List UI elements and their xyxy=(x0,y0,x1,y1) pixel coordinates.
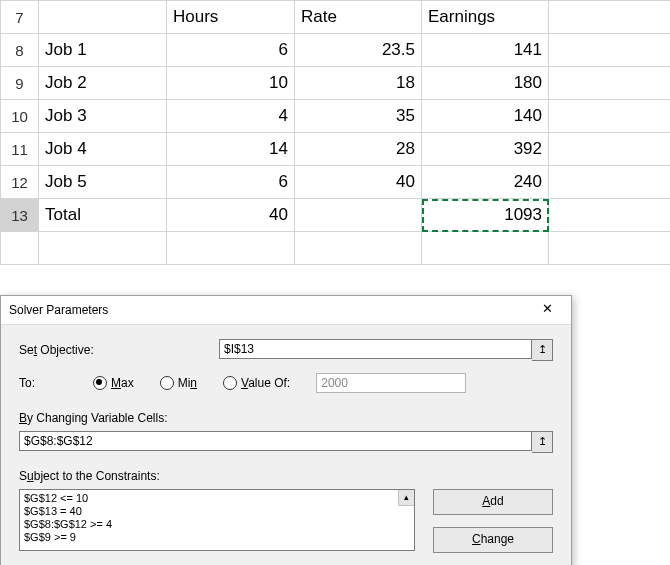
row-9[interactable]: 9 Job 2 10 18 180 xyxy=(1,67,671,100)
constraints-label: Subject to the Constraints: xyxy=(19,469,553,483)
cell-G13[interactable]: 40 xyxy=(167,199,295,232)
row-header-10[interactable]: 10 xyxy=(1,100,39,133)
constraints-text: $G$12 <= 10 $G$13 = 40 $G$8:$G$12 >= 4 $… xyxy=(24,492,112,543)
row-7[interactable]: 7 Hours Rate Earnings xyxy=(1,1,671,34)
set-objective-label: Set Objective: xyxy=(19,343,219,357)
radio-max[interactable]: Max xyxy=(93,376,134,390)
row-12[interactable]: 12 Job 5 6 40 240 xyxy=(1,166,671,199)
row-11[interactable]: 11 Job 4 14 28 392 xyxy=(1,133,671,166)
cell-I13[interactable]: 1093 xyxy=(422,199,549,232)
row-header-blank[interactable] xyxy=(1,232,39,265)
cell-G10[interactable]: 4 xyxy=(167,100,295,133)
cell-J12[interactable] xyxy=(549,166,671,199)
scroll-up-icon[interactable]: ▴ xyxy=(398,490,414,506)
row-header-11[interactable]: 11 xyxy=(1,133,39,166)
cell-F13[interactable]: Total xyxy=(39,199,167,232)
cell-G11[interactable]: 14 xyxy=(167,133,295,166)
row-blank[interactable] xyxy=(1,232,671,265)
dialog-titlebar[interactable]: Solver Parameters ✕ xyxy=(1,296,571,325)
cell-J7[interactable] xyxy=(549,1,671,34)
radio-max-label: Max xyxy=(111,376,134,390)
row-header-7[interactable]: 7 xyxy=(1,1,39,34)
row-header-8[interactable]: 8 xyxy=(1,34,39,67)
cell-J10[interactable] xyxy=(549,100,671,133)
cell-G8[interactable]: 6 xyxy=(167,34,295,67)
radio-min[interactable]: Min xyxy=(160,376,197,390)
cell-G9[interactable]: 10 xyxy=(167,67,295,100)
radio-dot-icon xyxy=(160,376,174,390)
cell-J11[interactable] xyxy=(549,133,671,166)
cell-J9[interactable] xyxy=(549,67,671,100)
cell-G7[interactable]: Hours xyxy=(167,1,295,34)
add-button[interactable]: Add xyxy=(433,489,553,515)
row-10[interactable]: 10 Job 3 4 35 140 xyxy=(1,100,671,133)
cell-F12[interactable]: Job 5 xyxy=(39,166,167,199)
cell-H13[interactable] xyxy=(295,199,422,232)
spreadsheet-grid[interactable]: 7 Hours Rate Earnings 8 Job 1 6 23.5 141… xyxy=(0,0,670,265)
cell-F7[interactable] xyxy=(39,1,167,34)
collapse-dialog-icon[interactable]: ↥ xyxy=(532,431,553,453)
cell-J13[interactable] xyxy=(549,199,671,232)
radio-dot-icon xyxy=(93,376,107,390)
cell-F10[interactable]: Job 3 xyxy=(39,100,167,133)
radio-valueof-label: Value Of: xyxy=(241,376,290,390)
row-header-13[interactable]: 13 xyxy=(1,199,39,232)
collapse-dialog-icon[interactable]: ↥ xyxy=(532,339,553,361)
cell-I10[interactable]: 140 xyxy=(422,100,549,133)
cell-I12[interactable]: 240 xyxy=(422,166,549,199)
cell-F11[interactable]: Job 4 xyxy=(39,133,167,166)
cell-H11[interactable]: 28 xyxy=(295,133,422,166)
to-label: To: xyxy=(19,376,67,390)
cell-I7[interactable]: Earnings xyxy=(422,1,549,34)
set-objective-input[interactable] xyxy=(219,339,532,359)
row-header-9[interactable]: 9 xyxy=(1,67,39,100)
cell-I8[interactable]: 141 xyxy=(422,34,549,67)
radio-dot-icon xyxy=(223,376,237,390)
by-changing-input[interactable] xyxy=(19,431,532,451)
change-button[interactable]: Change xyxy=(433,527,553,553)
radio-value-of[interactable]: Value Of: xyxy=(223,376,290,390)
cell-I11[interactable]: 392 xyxy=(422,133,549,166)
close-icon[interactable]: ✕ xyxy=(531,300,563,320)
cell-I9[interactable]: 180 xyxy=(422,67,549,100)
value-of-input xyxy=(316,373,466,393)
row-8[interactable]: 8 Job 1 6 23.5 141 xyxy=(1,34,671,67)
dialog-title: Solver Parameters xyxy=(9,296,108,324)
cell-H7[interactable]: Rate xyxy=(295,1,422,34)
row-13[interactable]: 13 Total 40 1093 xyxy=(1,199,671,232)
constraints-listbox[interactable]: $G$12 <= 10 $G$13 = 40 $G$8:$G$12 >= 4 $… xyxy=(19,489,415,551)
cell-H12[interactable]: 40 xyxy=(295,166,422,199)
cell-F9[interactable]: Job 2 xyxy=(39,67,167,100)
cell-H10[interactable]: 35 xyxy=(295,100,422,133)
cell-H9[interactable]: 18 xyxy=(295,67,422,100)
radio-min-label: Min xyxy=(178,376,197,390)
solver-parameters-dialog: Solver Parameters ✕ Set Objective: ↥ To:… xyxy=(0,295,572,565)
cell-G12[interactable]: 6 xyxy=(167,166,295,199)
row-header-12[interactable]: 12 xyxy=(1,166,39,199)
cell-F8[interactable]: Job 1 xyxy=(39,34,167,67)
cell-J8[interactable] xyxy=(549,34,671,67)
by-changing-label: By Changing Variable Cells: xyxy=(19,411,553,425)
cell-H8[interactable]: 23.5 xyxy=(295,34,422,67)
